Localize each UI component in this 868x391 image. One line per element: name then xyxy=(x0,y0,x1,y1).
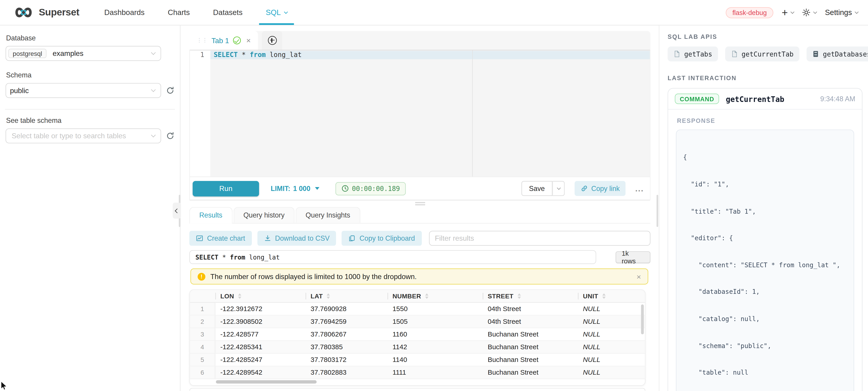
column-header-lon[interactable]: LON xyxy=(215,290,306,302)
new-tab-button[interactable] xyxy=(262,31,282,50)
superset-logo[interactable]: Superset xyxy=(13,7,80,18)
table-select[interactable]: Select table or type to search tables xyxy=(5,129,161,143)
sort-icon[interactable] xyxy=(517,293,521,299)
sort-icon[interactable] xyxy=(327,293,330,299)
row-number: 3 xyxy=(190,328,215,340)
cell-number: 1111 xyxy=(388,366,483,379)
clock-icon xyxy=(341,185,349,192)
cell-lat: 37.7803172 xyxy=(306,354,388,366)
more-options-button[interactable]: ... xyxy=(635,186,644,191)
horizontal-scrollbar[interactable] xyxy=(190,379,645,385)
nav-dashboards[interactable]: Dashboards xyxy=(93,0,156,25)
get-tabs-button[interactable]: getTabs xyxy=(668,46,718,62)
row-number: 2 xyxy=(190,315,215,328)
tab-query-history[interactable]: Query history xyxy=(234,207,294,223)
table-row[interactable]: 3 -122.428577 37.7806267 1160 Buchanan S… xyxy=(190,328,645,341)
column-header-lat[interactable]: LAT xyxy=(306,290,388,302)
chevron-down-icon xyxy=(557,186,560,190)
refresh-tables-icon[interactable] xyxy=(166,132,175,140)
close-warning-icon[interactable]: × xyxy=(637,272,641,280)
column-header-unit[interactable]: UNIT xyxy=(578,290,645,302)
table-row[interactable]: 5 -122.4285247 37.7803172 1140 Buchanan … xyxy=(190,354,645,366)
warning-text: The number of rows displayed is limited … xyxy=(210,272,417,281)
run-button[interactable]: Run xyxy=(193,181,259,196)
close-tab-icon[interactable]: × xyxy=(246,37,251,44)
sql-code-line: SELECT * from long_lat xyxy=(214,51,302,59)
navbar-right: flask-debug + Settings xyxy=(726,7,858,18)
vertical-scrollbar-thumb[interactable] xyxy=(641,304,644,334)
db-name: examples xyxy=(51,49,83,58)
query-preview-row: SELECT * from long_lat 1k rows xyxy=(189,250,650,264)
cell-unit: NULL xyxy=(578,315,645,328)
collapse-left-panel-button[interactable] xyxy=(173,202,181,219)
scrollbar-thumb[interactable] xyxy=(216,380,317,384)
nav-datasets[interactable]: Datasets xyxy=(202,0,254,25)
table-row[interactable]: 1 -122.3912672 37.7690928 1550 04th Stre… xyxy=(190,303,645,315)
sort-icon[interactable] xyxy=(425,293,428,299)
sql-code-editor[interactable]: 1 SELECT * from long_lat xyxy=(190,50,650,176)
filter-results-input[interactable] xyxy=(429,231,650,246)
print-margin-ruler xyxy=(472,51,473,177)
copy-link-button[interactable]: Copy link xyxy=(575,181,626,196)
settings-menu[interactable]: Settings xyxy=(825,8,858,17)
api-buttons: getTabs getCurrentTab getDatabases xyxy=(668,46,863,62)
row-number: 5 xyxy=(190,354,215,366)
command-timestamp: 9:34:48 AM xyxy=(820,95,855,103)
command-badge: COMMAND xyxy=(675,94,719,104)
right-pane-resizer[interactable] xyxy=(657,195,658,227)
cell-number: 1142 xyxy=(388,341,483,353)
main-nav: Dashboards Charts Datasets SQL xyxy=(93,0,299,25)
create-chart-button[interactable]: Create chart xyxy=(189,231,252,246)
cell-unit: NULL xyxy=(578,328,645,340)
tab-results[interactable]: Results xyxy=(189,207,232,224)
drag-handle-icon[interactable]: ⋮⋮ xyxy=(196,38,208,43)
sort-icon[interactable] xyxy=(238,293,241,299)
schema-value: public xyxy=(8,86,29,95)
environment-badge: flask-debug xyxy=(726,7,774,18)
table-row[interactable]: 6 -122.4289542 37.7802883 1111 Buchanan … xyxy=(190,366,645,379)
table-row[interactable]: 2 -122.3908502 37.7694259 1505 04th Stre… xyxy=(190,315,645,328)
results-table: LON LAT NUMBER STREET UNIT 1 -122.391267… xyxy=(189,290,646,386)
table-schema-label: See table schema xyxy=(6,117,175,124)
theme-toggle-button[interactable] xyxy=(802,8,816,17)
cell-lon: -122.3908502 xyxy=(215,315,306,328)
tab-query-insights[interactable]: Query Insights xyxy=(296,207,360,223)
sort-icon[interactable] xyxy=(602,293,606,299)
chart-icon xyxy=(196,235,203,242)
download-csv-button[interactable]: Download to CSV xyxy=(257,231,336,246)
sql-lab-sidebar: Database postgresql examples Schema publ… xyxy=(0,26,181,391)
sql-editor-area: ⋮⋮ Tab 1 × 1 SELECT * from long_lat xyxy=(181,26,659,391)
nav-charts[interactable]: Charts xyxy=(156,0,202,25)
tab-tab1[interactable]: ⋮⋮ Tab 1 × xyxy=(189,31,258,50)
cell-lat: 37.7694259 xyxy=(306,315,388,328)
table-row[interactable]: 4 -122.4285341 37.780385 1142 Buchanan S… xyxy=(190,341,645,354)
save-options-button[interactable] xyxy=(553,181,565,196)
cell-unit: NULL xyxy=(578,354,645,366)
cell-street: 04th Street xyxy=(483,303,578,315)
row-count-badge: 1k rows xyxy=(616,251,650,263)
limit-dropdown[interactable]: LIMIT:1 000 xyxy=(271,185,319,192)
cell-lon: -122.3912672 xyxy=(215,303,306,315)
cell-street: 04th Street xyxy=(483,315,578,328)
column-header-street[interactable]: STREET xyxy=(483,290,578,302)
pane-splitter[interactable] xyxy=(189,200,650,207)
nav-sql[interactable]: SQL xyxy=(254,0,299,25)
page-icon xyxy=(731,51,738,58)
saved-check-icon xyxy=(233,37,241,44)
column-header-number[interactable]: NUMBER xyxy=(388,290,483,302)
command-name: getCurrentTab xyxy=(726,94,784,103)
get-current-tab-button[interactable]: getCurrentTab xyxy=(725,46,799,62)
copy-clipboard-button[interactable]: Copy to Clipboard xyxy=(342,231,422,246)
get-databases-button[interactable]: getDatabases xyxy=(806,46,868,62)
results-actions: Create chart Download to CSV xyxy=(189,231,650,246)
editor-gutter xyxy=(190,51,210,177)
schema-select[interactable]: public xyxy=(5,83,161,98)
table-select-placeholder: Select table or type to search tables xyxy=(8,132,126,140)
cell-lat: 37.7802883 xyxy=(306,366,388,379)
save-button[interactable]: Save xyxy=(521,181,553,196)
chevron-down-icon xyxy=(151,88,156,92)
refresh-schemas-icon[interactable] xyxy=(166,86,175,95)
cell-lon: -122.428577 xyxy=(215,328,306,340)
database-select[interactable]: postgresql examples xyxy=(5,46,161,61)
new-item-button[interactable]: + xyxy=(782,9,794,17)
